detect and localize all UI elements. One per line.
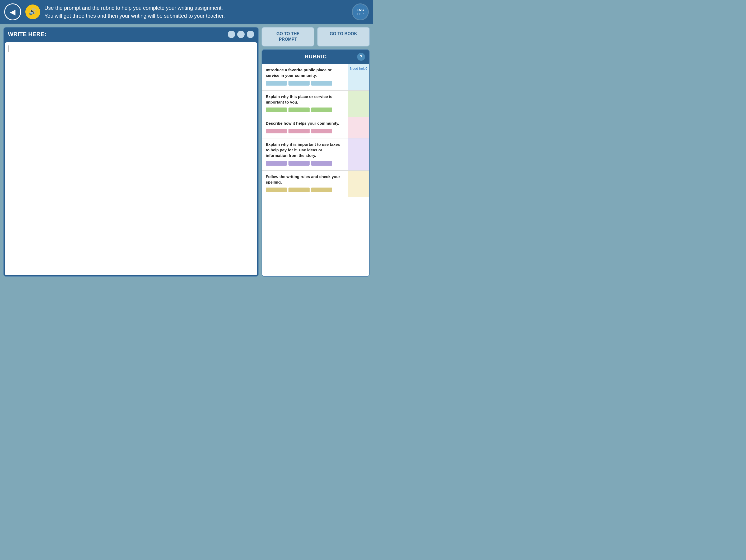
instruction-line1: Use the prompt and the rubric to help yo… bbox=[45, 4, 348, 12]
speaker-button[interactable]: 🔊 bbox=[25, 4, 40, 19]
rubric-help-button[interactable]: ? bbox=[357, 53, 365, 61]
rubric-panel: RUBRIC ? Introduce a favorite public pla… bbox=[261, 49, 370, 277]
rubric-row-2: Explain why this place or service is imp… bbox=[262, 91, 369, 117]
dot-3 bbox=[247, 31, 254, 38]
dot-2 bbox=[237, 31, 245, 38]
rubric-row-5: Follow the writing rules and check your … bbox=[262, 171, 369, 197]
rubric-tags-5 bbox=[266, 187, 344, 194]
rubric-header: RUBRIC ? bbox=[262, 50, 369, 64]
tag-4-2 bbox=[288, 161, 310, 166]
rubric-text-col-3: Describe how it helps your community. bbox=[262, 117, 348, 138]
instruction-line2: You will get three tries and then your w… bbox=[45, 12, 348, 20]
rubric-criterion-3: Describe how it helps your community. bbox=[266, 120, 344, 126]
header-instructions: Use the prompt and the rubric to help yo… bbox=[45, 4, 348, 20]
rubric-criterion-5: Follow the writing rules and check your … bbox=[266, 174, 344, 185]
rubric-text-col-5: Follow the writing rules and check your … bbox=[262, 171, 348, 197]
text-cursor bbox=[8, 46, 8, 52]
rubric-tags-2 bbox=[266, 108, 344, 114]
lang-esp-label: ESP bbox=[357, 12, 364, 16]
rubric-row-1: Introduce a favorite public place or ser… bbox=[262, 64, 369, 91]
rubric-tags-4 bbox=[266, 161, 344, 167]
rubric-criterion-4: Explain why it is important to use taxes… bbox=[266, 142, 344, 158]
rubric-text-col-4: Explain why it is important to use taxes… bbox=[262, 139, 348, 170]
rubric-body: Introduce a favorite public place or ser… bbox=[262, 64, 369, 276]
write-dots bbox=[228, 31, 254, 38]
main-content: WRITE HERE: GO TO THE PROMPT GO TO BOOK bbox=[0, 24, 373, 280]
write-area[interactable] bbox=[5, 42, 257, 275]
right-panel: GO TO THE PROMPT GO TO BOOK RUBRIC ? Int… bbox=[261, 27, 370, 277]
language-toggle[interactable]: ENG ESP bbox=[352, 3, 369, 20]
rubric-side-1: Need help? bbox=[348, 64, 369, 90]
rubric-row-3: Describe how it helps your community. bbox=[262, 117, 369, 139]
write-header: WRITE HERE: bbox=[4, 27, 258, 41]
rubric-side-2 bbox=[348, 91, 369, 117]
rubric-criterion-2: Explain why this place or service is imp… bbox=[266, 94, 344, 105]
tag-3-2 bbox=[288, 129, 310, 134]
tag-1-3 bbox=[311, 81, 332, 86]
tag-2-2 bbox=[288, 108, 310, 112]
tag-5-1 bbox=[266, 187, 287, 192]
tag-5-3 bbox=[311, 187, 332, 192]
rubric-row-4: Explain why it is important to use taxes… bbox=[262, 139, 369, 171]
rubric-tags-1 bbox=[266, 81, 344, 87]
write-title: WRITE HERE: bbox=[8, 31, 46, 38]
rubric-text-col-1: Introduce a favorite public place or ser… bbox=[262, 64, 348, 90]
nav-buttons: GO TO THE PROMPT GO TO BOOK bbox=[261, 27, 370, 47]
back-arrow-icon: ◀ bbox=[10, 8, 16, 17]
dot-1 bbox=[228, 31, 235, 38]
tag-1-2 bbox=[288, 81, 310, 86]
write-panel: WRITE HERE: bbox=[3, 27, 259, 277]
go-to-prompt-button[interactable]: GO TO THE PROMPT bbox=[261, 27, 314, 47]
tag-2-3 bbox=[311, 108, 332, 112]
rubric-side-3 bbox=[348, 117, 369, 138]
need-help-link[interactable]: Need help? bbox=[350, 66, 368, 70]
tag-4-3 bbox=[311, 161, 332, 166]
rubric-title: RUBRIC bbox=[274, 54, 357, 60]
rubric-side-5 bbox=[348, 171, 369, 197]
rubric-side-4 bbox=[348, 139, 369, 170]
tag-4-1 bbox=[266, 161, 287, 166]
tag-3-3 bbox=[311, 129, 332, 134]
question-mark-icon: ? bbox=[360, 54, 363, 59]
rubric-text-col-2: Explain why this place or service is imp… bbox=[262, 91, 348, 117]
tag-2-1 bbox=[266, 108, 287, 112]
speaker-icon: 🔊 bbox=[29, 8, 37, 16]
back-button[interactable]: ◀ bbox=[4, 3, 21, 20]
tag-1-1 bbox=[266, 81, 287, 86]
tag-5-2 bbox=[288, 187, 310, 192]
lang-eng-label: ENG bbox=[356, 8, 364, 12]
rubric-criterion-1: Introduce a favorite public place or ser… bbox=[266, 67, 344, 78]
go-to-book-button[interactable]: GO TO BOOK bbox=[317, 27, 370, 47]
tag-3-1 bbox=[266, 129, 287, 134]
rubric-tags-3 bbox=[266, 129, 344, 135]
header: ◀ 🔊 Use the prompt and the rubric to hel… bbox=[0, 0, 373, 24]
